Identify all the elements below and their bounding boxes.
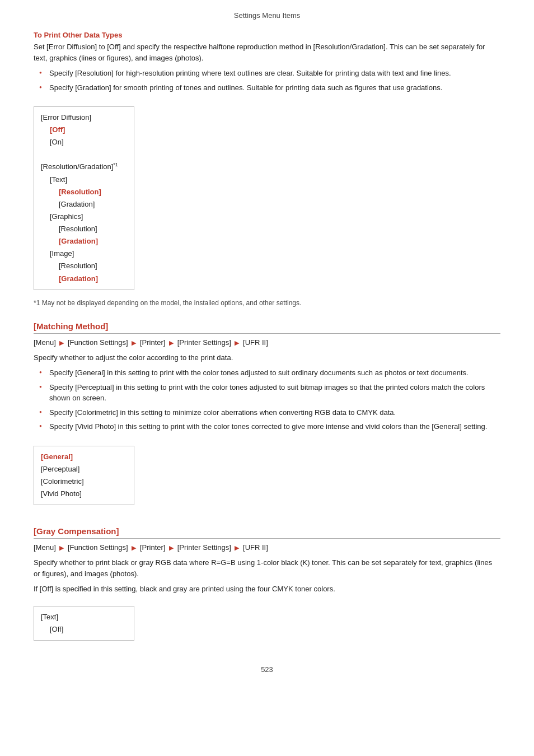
section-matching-method: [Matching Method] [Menu] ▶ [Function Set… <box>34 321 500 513</box>
menu-item-selected: [Gradation] <box>59 237 98 245</box>
breadcrumb-text: [Printer Settings] <box>177 543 231 552</box>
section-print-other-data-types: To Print Other Data Types Set [Error Dif… <box>34 31 500 308</box>
section2-intro1: Specify whether to print black or gray R… <box>34 557 500 579</box>
breadcrumb-text: [Printer Settings] <box>177 338 231 347</box>
section1-intro: Specify whether to adjust the color acco… <box>34 352 500 363</box>
menu-spacer <box>41 148 125 161</box>
menu-item: [On] <box>41 136 125 148</box>
arrow-icon: ▶ <box>235 339 239 346</box>
menu-item: [Resolution] <box>41 260 125 272</box>
section0-intro: Set [Error Diffusion] to [Off] and speci… <box>34 41 500 63</box>
menu-item: [Resolution/Gradation]*1 <box>41 161 125 173</box>
section2-heading: [Gray Compensation] <box>34 526 500 536</box>
menu-item-selected: [Off] <box>50 125 65 134</box>
section-divider <box>34 538 500 539</box>
menu-item: [Off] <box>41 124 125 136</box>
list-item: Specify [Vivid Photo] in this setting to… <box>39 421 500 432</box>
section0-bullet-list: Specify [Resolution] for high-resolution… <box>39 68 500 93</box>
breadcrumb-text: [Menu] <box>34 338 56 347</box>
menu-item: [Off] <box>41 623 125 636</box>
arrow-icon: ▶ <box>59 339 64 346</box>
menu-item: [General] <box>41 451 125 463</box>
section2-intro2: If [Off] is specified in this setting, b… <box>34 584 500 595</box>
menu-item: [Vivid Photo] <box>41 488 125 500</box>
list-item: Specify [Gradation] for smooth printing … <box>39 82 500 94</box>
arrow-icon: ▶ <box>169 544 174 551</box>
breadcrumb-text: [Function Settings] <box>68 338 128 347</box>
breadcrumb-text: [Function Settings] <box>68 543 128 552</box>
arrow-icon: ▶ <box>169 339 174 346</box>
menu-item-selected: [Resolution] <box>59 188 101 196</box>
section-divider <box>34 333 500 334</box>
list-item: Specify [Colorimetric] in this setting t… <box>39 407 500 418</box>
section1-bullet-list: Specify [General] in this setting to pri… <box>39 367 500 432</box>
section0-menu-box: [Error Diffusion] [Off] [On] [Resolution… <box>34 106 134 290</box>
menu-item-selected: [Gradation] <box>59 274 98 283</box>
section0-footnote: *1 May not be displayed depending on the… <box>34 298 500 308</box>
menu-item: [Text] <box>41 611 125 623</box>
breadcrumb-text: [UFR II] <box>243 543 268 552</box>
menu-item: [Image] <box>41 248 125 260</box>
menu-item: [Resolution] <box>41 186 125 198</box>
menu-item: [Gradation] <box>41 273 125 285</box>
menu-item: [Colorimetric] <box>41 475 125 488</box>
arrow-icon: ▶ <box>132 544 136 551</box>
list-item: Specify [General] in this setting to pri… <box>39 367 500 379</box>
arrow-icon: ▶ <box>59 544 64 551</box>
page-header: Settings Menu Items <box>34 11 500 20</box>
menu-item-selected: [General] <box>41 452 73 461</box>
menu-item: [Resolution] <box>41 223 125 235</box>
menu-item: [Graphics] <box>41 211 125 223</box>
page-number: 523 <box>34 665 500 674</box>
list-item: Specify [Resolution] for high-resolution… <box>39 68 500 79</box>
arrow-icon: ▶ <box>132 339 136 346</box>
section1-heading: [Matching Method] <box>34 321 500 331</box>
menu-item: [Gradation] <box>41 235 125 248</box>
section0-title: To Print Other Data Types <box>34 31 500 39</box>
section1-breadcrumb: [Menu] ▶ [Function Settings] ▶ [Printer]… <box>34 338 500 347</box>
arrow-icon: ▶ <box>235 544 239 551</box>
breadcrumb-text: [Menu] <box>34 543 56 552</box>
section2-menu-box: [Text] [Off] <box>34 606 134 641</box>
header-title: Settings Menu Items <box>234 11 301 20</box>
section-gray-compensation: [Gray Compensation] [Menu] ▶ [Function S… <box>34 526 500 648</box>
breadcrumb-text: [Printer] <box>140 338 166 347</box>
list-item: Specify [Perceptual] in this setting to … <box>39 382 500 404</box>
breadcrumb-text: [Printer] <box>140 543 166 552</box>
menu-item: [Perceptual] <box>41 463 125 475</box>
breadcrumb-text: [UFR II] <box>243 338 268 347</box>
menu-item: [Text] <box>41 174 125 186</box>
menu-item: [Gradation] <box>41 198 125 211</box>
section1-menu-box: [General] [Perceptual] [Colorimetric] [V… <box>34 446 134 505</box>
menu-item: [Error Diffusion] <box>41 111 125 124</box>
section2-breadcrumb: [Menu] ▶ [Function Settings] ▶ [Printer]… <box>34 543 500 552</box>
